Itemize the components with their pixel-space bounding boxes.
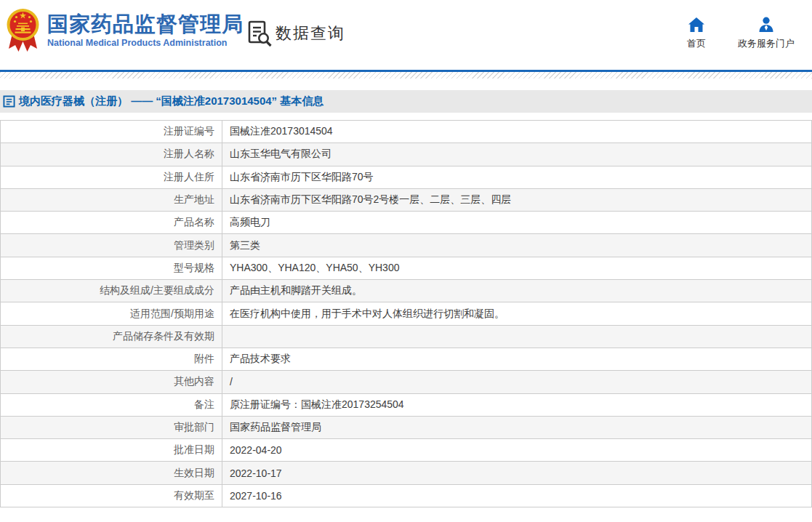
data-query-nav[interactable]: 数据查询 [248, 20, 345, 47]
table-row: 结构及组成/主要组成成分 产品由主机和脚踏开关组成。 [1, 280, 812, 302]
registration-info-table: 注册证编号 国械注准20173014504 注册人名称 山东玉华电气有限公司 注… [0, 120, 812, 507]
row-value: 2027-10-16 [222, 484, 812, 507]
row-label: 注册人住所 [1, 166, 222, 188]
person-icon [757, 17, 775, 33]
row-label: 生效日期 [1, 462, 222, 484]
row-value: 国械注准20173014504 [222, 121, 812, 143]
table-row: 注册证编号 国械注准20173014504 [1, 121, 812, 143]
form-list-icon [3, 95, 15, 108]
table-row: 产品名称 高频电刀 [1, 212, 812, 234]
hatch-band [0, 72, 812, 79]
table-row: 有效期至 2027-10-16 [1, 484, 812, 507]
row-label: 结构及组成/主要组成成分 [1, 280, 222, 302]
row-label: 附件 [1, 348, 222, 370]
site-title: 国家药品监督管理局 [47, 13, 244, 36]
row-label: 有效期至 [1, 484, 222, 507]
home-icon [688, 17, 705, 33]
row-label: 生产地址 [1, 188, 222, 211]
table-row: 注册人住所 山东省济南市历下区华阳路70号 [1, 166, 812, 188]
table-row: 注册人名称 山东玉华电气有限公司 [1, 143, 812, 166]
table-row: 适用范围/预期用途 在医疗机构中使用，用于手术中对人体组织进行切割和凝固。 [1, 302, 812, 325]
table-row: 其他内容 / [1, 371, 812, 393]
table-row: 附件 产品技术要求 [1, 348, 812, 370]
site-subtitle: National Medical Products Administration [47, 38, 244, 48]
nav-label-service-portal: 政务服务门户 [738, 37, 795, 50]
row-value: 第三类 [222, 234, 812, 257]
table-row: 审批部门 国家药品监督管理局 [1, 416, 812, 438]
row-label: 备注 [1, 393, 222, 416]
row-label: 管理类别 [1, 234, 222, 257]
row-value: 产品由主机和脚踏开关组成。 [222, 280, 812, 302]
row-value: / [222, 371, 812, 393]
site-logo[interactable]: 国家药品监督管理局 National Medical Products Admi… [6, 7, 244, 54]
site-header: 国家药品监督管理局 National Medical Products Admi… [0, 0, 812, 70]
row-label: 注册证编号 [1, 121, 222, 143]
nav-item-service-portal[interactable]: 政务服务门户 [738, 17, 795, 50]
top-nav: 首页 政务服务门户 [687, 17, 795, 50]
row-value [222, 325, 812, 348]
breadcrumb: 境内医疗器械（注册） —— “国械注准20173014504” 基本信息 [0, 90, 812, 113]
row-label: 型号规格 [1, 257, 222, 279]
row-value: YHA300、YHA120、YHA50、YH300 [222, 257, 812, 279]
row-value: 高频电刀 [222, 212, 812, 234]
row-value: 山东玉华电气有限公司 [222, 143, 812, 166]
table-row: 产品储存条件及有效期 [1, 325, 812, 348]
table-row: 型号规格 YHA300、YHA120、YHA50、YH300 [1, 257, 812, 279]
row-value: 原注册证编号：国械注准20173254504 [222, 393, 812, 416]
data-query-label: 数据查询 [276, 23, 345, 44]
row-label: 批准日期 [1, 439, 222, 462]
row-value: 国家药品监督管理局 [222, 416, 812, 438]
row-value: 山东省济南市历下区华阳路70号 [222, 166, 812, 188]
table-row: 生产地址 山东省济南市历下区华阳路70号2号楼一层、二层、三层、四层 [1, 188, 812, 211]
row-label: 注册人名称 [1, 143, 222, 166]
row-label: 其他内容 [1, 371, 222, 393]
row-value: 山东省济南市历下区华阳路70号2号楼一层、二层、三层、四层 [222, 188, 812, 211]
national-emblem-icon [6, 7, 40, 54]
row-value: 2022-10-17 [222, 462, 812, 484]
table-row: 批准日期 2022-04-20 [1, 439, 812, 462]
table-row: 管理类别 第三类 [1, 234, 812, 257]
nav-item-home[interactable]: 首页 [687, 17, 706, 50]
document-search-icon [248, 20, 272, 47]
row-label: 审批部门 [1, 416, 222, 438]
table-row: 生效日期 2022-10-17 [1, 462, 812, 484]
row-value: 在医疗机构中使用，用于手术中对人体组织进行切割和凝固。 [222, 302, 812, 325]
row-label: 适用范围/预期用途 [1, 302, 222, 325]
nav-label-home: 首页 [687, 37, 706, 50]
row-label: 产品名称 [1, 212, 222, 234]
row-value: 产品技术要求 [222, 348, 812, 370]
page-title: 境内医疗器械（注册） —— “国械注准20173014504” 基本信息 [19, 95, 323, 108]
row-label: 产品储存条件及有效期 [1, 325, 222, 348]
table-row: 备注 原注册证编号：国械注准20173254504 [1, 393, 812, 416]
row-value: 2022-04-20 [222, 439, 812, 462]
